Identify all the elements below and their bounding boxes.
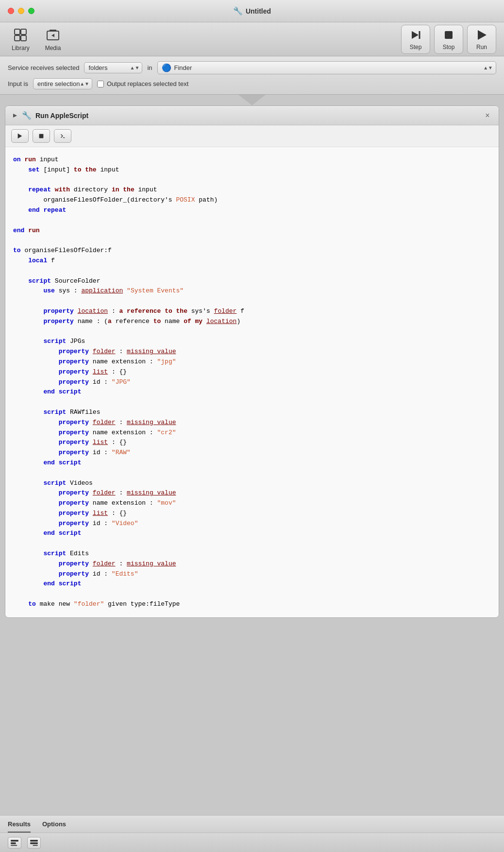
code-line: property location : a reference to the s… xyxy=(13,307,491,317)
code-line xyxy=(13,589,491,599)
bottom-tool-right[interactable] xyxy=(27,837,41,849)
applescript-card: 🔧 Run AppleScript × xyxy=(5,105,499,618)
code-line: on run input xyxy=(13,155,491,165)
svg-marker-5 xyxy=(412,31,419,39)
connector-triangle xyxy=(238,95,266,105)
stop-label: Stop xyxy=(443,44,455,51)
finder-select[interactable]: 🔵 Finder ▲▼ xyxy=(157,61,496,74)
tab-options[interactable]: Options xyxy=(42,818,66,833)
svg-marker-10 xyxy=(18,134,22,139)
code-line: property id : "Video" xyxy=(13,519,491,529)
card-header-left: 🔧 Run AppleScript xyxy=(12,111,479,120)
code-line: property folder : missing value xyxy=(13,418,491,428)
folders-select[interactable]: folders files text xyxy=(84,62,142,73)
code-line: script SourceFolder xyxy=(13,276,491,287)
code-line: property list : {} xyxy=(13,509,491,519)
code-line: property list : {} xyxy=(13,438,491,448)
code-line: end script xyxy=(13,387,491,397)
svg-rect-1 xyxy=(21,29,26,34)
card-header: 🔧 Run AppleScript × xyxy=(5,106,499,125)
svg-rect-13 xyxy=(11,842,16,844)
collapse-triangle[interactable] xyxy=(12,113,18,119)
run-label: Run xyxy=(476,44,487,51)
code-line: property name extension : "jpg" xyxy=(13,357,491,367)
svg-marker-8 xyxy=(478,30,487,40)
media-button[interactable]: Media xyxy=(41,25,65,53)
code-line xyxy=(13,327,491,337)
title-bar: 🔧 Untitled xyxy=(0,0,504,22)
code-line: script Edits xyxy=(13,549,491,559)
bottom-tabs: Results Options xyxy=(0,815,504,833)
connector xyxy=(0,95,504,105)
code-line: repeat with directory in the input xyxy=(13,185,491,195)
library-label: Library xyxy=(12,45,30,51)
run-button[interactable]: Run xyxy=(467,25,496,54)
title-icon: 🔧 xyxy=(233,6,243,16)
code-line xyxy=(13,266,491,276)
svg-rect-14 xyxy=(11,845,17,846)
code-line: end script xyxy=(13,528,491,539)
toolbar: Library Media Step Stop Run xyxy=(0,22,504,56)
script-stop-button[interactable] xyxy=(33,129,50,143)
step-button[interactable]: Step xyxy=(401,25,430,54)
input-is-select[interactable]: entire selection xyxy=(33,78,92,89)
svg-rect-17 xyxy=(33,845,38,846)
output-checkbox-row[interactable]: Output replaces selected text xyxy=(97,80,188,87)
maximize-button[interactable] xyxy=(28,8,34,14)
code-line: property name extension : "mov" xyxy=(13,498,491,509)
input-is-select-wrapper[interactable]: entire selection ▲▼ xyxy=(33,78,92,89)
window-title: Untitled xyxy=(246,7,271,15)
main-content: 🔧 Run AppleScript × xyxy=(0,105,504,815)
svg-rect-0 xyxy=(15,29,20,34)
tab-results[interactable]: Results xyxy=(8,818,31,833)
code-line: end script xyxy=(13,579,491,589)
code-line: script JPGs xyxy=(13,337,491,347)
code-line xyxy=(13,175,491,186)
service-row-main: Service receives selected folders files … xyxy=(8,61,496,74)
title-bar-center: 🔧 Untitled xyxy=(233,6,271,16)
code-area[interactable]: on run input set [input] to the input re… xyxy=(5,147,499,617)
folders-select-wrapper[interactable]: folders files text ▲▼ xyxy=(84,62,142,73)
code-line: end script xyxy=(13,458,491,468)
code-line: end run xyxy=(13,226,491,236)
code-line: end repeat xyxy=(13,205,491,216)
script-compile-button[interactable] xyxy=(54,129,71,143)
code-line: property id : "RAW" xyxy=(13,448,491,458)
svg-marker-9 xyxy=(13,114,17,118)
code-line: to make new "folder" given type:fileType xyxy=(13,599,491,610)
code-line: property folder : missing value xyxy=(13,488,491,498)
stop-button[interactable]: Stop xyxy=(434,25,463,54)
code-line xyxy=(13,216,491,226)
bottom-tool-left[interactable] xyxy=(8,837,21,849)
script-toolbar xyxy=(5,125,499,147)
svg-rect-2 xyxy=(15,35,20,41)
code-line: property list : {} xyxy=(13,367,491,377)
code-line: script RAWfiles xyxy=(13,408,491,418)
finder-value: Finder xyxy=(174,64,192,71)
window-controls[interactable] xyxy=(8,8,34,14)
toolbar-right: Step Stop Run xyxy=(401,25,496,54)
service-bar: Service receives selected folders files … xyxy=(0,56,504,95)
svg-rect-3 xyxy=(21,35,26,41)
card-close-button[interactable]: × xyxy=(483,111,492,120)
receives-label: Service receives selected xyxy=(8,64,79,71)
library-button[interactable]: Library xyxy=(8,25,34,53)
code-line xyxy=(13,468,491,478)
output-label: Output replaces selected text xyxy=(107,80,188,87)
svg-rect-12 xyxy=(11,839,18,841)
minimize-button[interactable] xyxy=(18,8,24,14)
script-run-button[interactable] xyxy=(11,129,29,143)
svg-rect-7 xyxy=(445,31,453,39)
card-title: Run AppleScript xyxy=(35,112,88,119)
code-line: property name extension : "cr2" xyxy=(13,428,491,438)
svg-rect-11 xyxy=(39,134,44,138)
code-line: script Videos xyxy=(13,478,491,489)
code-line: property folder : missing value xyxy=(13,559,491,569)
code-line xyxy=(13,539,491,549)
code-line: to organiseFilesOfFolder:f xyxy=(13,246,491,256)
code-line: property id : "JPG" xyxy=(13,377,491,388)
bottom-toolbar xyxy=(0,833,504,852)
output-checkbox[interactable] xyxy=(97,81,104,87)
close-button[interactable] xyxy=(8,8,14,14)
finder-select-arrow: ▲▼ xyxy=(483,65,493,70)
